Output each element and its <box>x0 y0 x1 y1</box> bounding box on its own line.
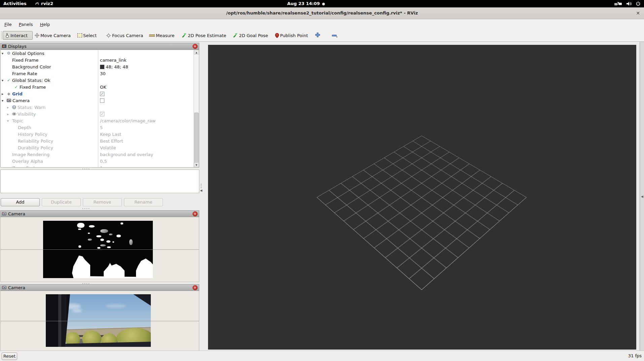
collapse-right-panel-icon[interactable]: ◀ <box>641 195 643 198</box>
focused-app-indicator[interactable]: rviz2 <box>35 1 53 6</box>
tool-interact[interactable]: Interact <box>3 31 33 40</box>
property-label: Durability Policy <box>17 145 53 150</box>
window-close-icon[interactable]: ✕ <box>635 10 641 16</box>
property-value-cell[interactable]: 48; 48; 48 <box>98 63 193 70</box>
remove-tool-button minus-icon[interactable] <box>332 35 337 36</box>
reset-button[interactable]: Reset <box>2 353 17 360</box>
property-value-cell[interactable] <box>98 104 193 111</box>
tree-row[interactable]: ▾✓Global Status: Ok <box>1 77 199 84</box>
tree-row[interactable]: ▸Visibility✓ <box>1 111 199 117</box>
expander-down-icon[interactable]: ▾ <box>2 79 6 82</box>
displays-tree[interactable]: ▾⚙Global OptionsFixed Framecamera_linkBa… <box>0 50 199 168</box>
property-value-cell[interactable]: 30 <box>98 70 193 77</box>
main-splitter-handle[interactable] <box>201 183 202 189</box>
camera2-midline <box>1 321 199 321</box>
tree-row[interactable]: ▸!Status: Warn <box>1 104 199 111</box>
splitter-handle[interactable] <box>82 208 91 209</box>
expander-down-icon[interactable]: ▾ <box>2 99 6 102</box>
system-status-area[interactable]: ? <box>614 1 641 6</box>
tree-row[interactable]: Frame Rate30 <box>1 70 199 77</box>
clock[interactable]: Aug 23 14:09 <box>287 1 320 6</box>
tool-publish-point[interactable]: Publish Point <box>275 31 308 40</box>
property-value-cell[interactable]: /camera/color/image_raw <box>98 117 193 124</box>
property-value-cell[interactable]: camera_link <box>98 57 193 63</box>
collapse-left-panel-icon[interactable]: ◀ <box>200 189 202 192</box>
menu-item-help[interactable]: Help <box>37 21 53 28</box>
property-value-cell[interactable]: 1 <box>98 164 193 168</box>
expander-right-icon[interactable]: ▸ <box>7 106 11 109</box>
property-value-cell[interactable]: Volatile <box>98 144 193 151</box>
property-label: Image Rendering <box>11 152 49 157</box>
tree-row[interactable]: Reliability PolicyBest Effort <box>1 138 199 144</box>
menu-item-panels[interactable]: Panels <box>16 21 36 28</box>
tree-scrollbar[interactable]: ▲ ▼ <box>194 50 199 167</box>
activities-button[interactable]: Activities <box>3 1 27 6</box>
tree-row[interactable]: History PolicyKeep Last <box>1 131 199 138</box>
scrollbar-thumb[interactable] <box>194 113 199 163</box>
rviz-app-icon <box>35 1 39 6</box>
camera2-panel-header[interactable]: Camera ✕ <box>0 284 199 291</box>
tree-row[interactable]: ▾Topic/camera/color/image_raw <box>1 117 199 124</box>
tree-row[interactable]: Fixed Framecamera_link <box>1 57 199 63</box>
expander-right-icon[interactable]: ▸ <box>2 92 6 96</box>
expander-right-icon[interactable]: ▸ <box>7 112 11 116</box>
tool-pose-estimate[interactable]: 2D Pose Estimate <box>182 31 226 40</box>
property-label: Global Status: Ok <box>11 78 50 83</box>
property-value-cell[interactable] <box>98 97 193 104</box>
tool-select[interactable]: Select <box>77 31 97 40</box>
tool-move-camera[interactable]: Move Camera <box>35 31 71 40</box>
checkbox-checked[interactable]: ✓ <box>100 112 104 116</box>
camera2-image <box>46 294 151 347</box>
tree-row[interactable]: Durability PolicyVolatile <box>1 144 199 151</box>
property-value-cell[interactable]: ✓ <box>98 90 193 97</box>
property-value-cell[interactable]: Keep Last <box>98 131 193 138</box>
expander-down-icon[interactable]: ▾ <box>7 119 11 123</box>
tool-label: Interact <box>10 33 28 38</box>
window-titlebar[interactable]: /opt/ros/humble/share/realsense2_tutoria… <box>0 7 644 19</box>
tool-focus-camera[interactable]: Focus Camera <box>106 31 143 40</box>
displays-panel-header[interactable]: Displays ✕ <box>0 43 199 50</box>
scroll-down-icon[interactable]: ▼ <box>194 162 199 167</box>
tool-goal-pose[interactable]: 2D Goal Pose <box>233 31 268 40</box>
property-value-cell[interactable]: Best Effort <box>98 138 193 144</box>
add-button[interactable]: Add <box>1 198 40 206</box>
property-value-cell[interactable]: 5 <box>98 124 193 131</box>
property-value-cell[interactable]: OK <box>98 84 193 90</box>
tree-row[interactable]: Zoom Factor1 <box>1 164 199 168</box>
power-icon <box>636 1 641 6</box>
expander-down-icon[interactable]: ▾ <box>2 52 6 55</box>
property-value-cell[interactable] <box>98 77 193 84</box>
right-panel-rail[interactable]: ◀ <box>640 42 644 351</box>
property-value-cell[interactable]: ✓ <box>98 111 193 117</box>
camera1-panel-header[interactable]: Camera ✕ <box>0 210 199 217</box>
scroll-up-icon[interactable]: ▲ <box>194 50 199 55</box>
camera1-close-icon[interactable]: ✕ <box>193 211 198 216</box>
toolbar-drag-handle[interactable] <box>1 31 2 40</box>
ruler-icon <box>149 34 155 37</box>
tree-row[interactable]: ▸◈Grid✓ <box>1 90 199 97</box>
menu-item-file[interactable]: File <box>2 21 14 28</box>
checkbox-checked[interactable]: ✓ <box>100 92 104 96</box>
move-icon <box>35 33 39 38</box>
tree-row[interactable]: ▾Camera <box>1 97 199 104</box>
tool-label: Move Camera <box>40 33 71 38</box>
tool-measure[interactable]: Measure <box>149 31 174 40</box>
tree-row[interactable]: Image Renderingbackground and overlay <box>1 151 199 158</box>
tree-row[interactable]: ▾⚙Global Options <box>1 50 199 57</box>
tree-row[interactable]: Overlay Alpha0,5 <box>1 158 199 164</box>
viewport-3d[interactable] <box>208 45 636 350</box>
property-value: 30 <box>100 71 106 76</box>
remove-tool-caret-icon[interactable]: ▾ <box>336 36 338 38</box>
property-label: Global Options <box>11 51 44 56</box>
property-value-cell[interactable] <box>98 50 193 57</box>
property-value-cell[interactable]: 0,5 <box>98 158 193 164</box>
tree-row[interactable]: ✓Fixed FrameOK <box>1 84 199 90</box>
tree-row[interactable]: Background Color48; 48; 48 <box>1 63 199 70</box>
property-value-cell[interactable]: background and overlay <box>98 151 193 158</box>
checkbox[interactable] <box>100 98 104 103</box>
add-tool-button[interactable] <box>315 32 320 38</box>
tree-row[interactable]: Depth5 <box>1 124 199 131</box>
displays-icon <box>2 44 6 48</box>
camera2-close-icon[interactable]: ✕ <box>193 285 198 290</box>
displays-close-icon[interactable]: ✕ <box>193 44 198 49</box>
